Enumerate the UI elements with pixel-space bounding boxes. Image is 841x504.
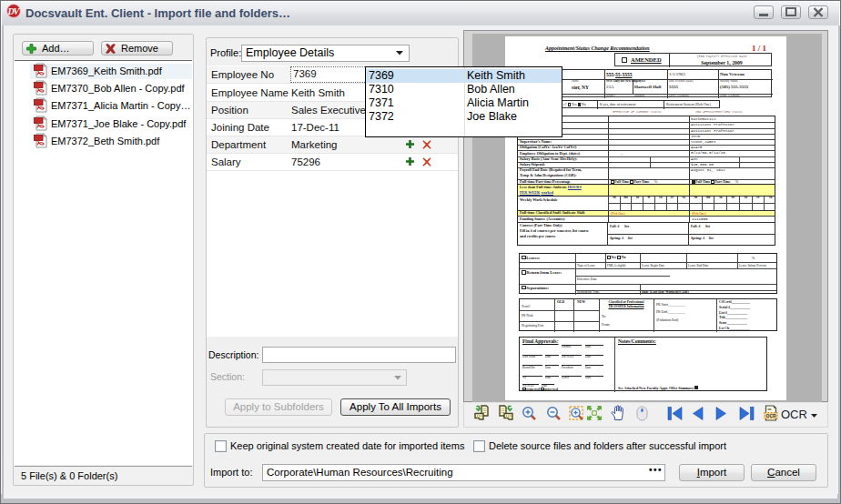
svg-text:OCR: OCR: [766, 413, 777, 418]
